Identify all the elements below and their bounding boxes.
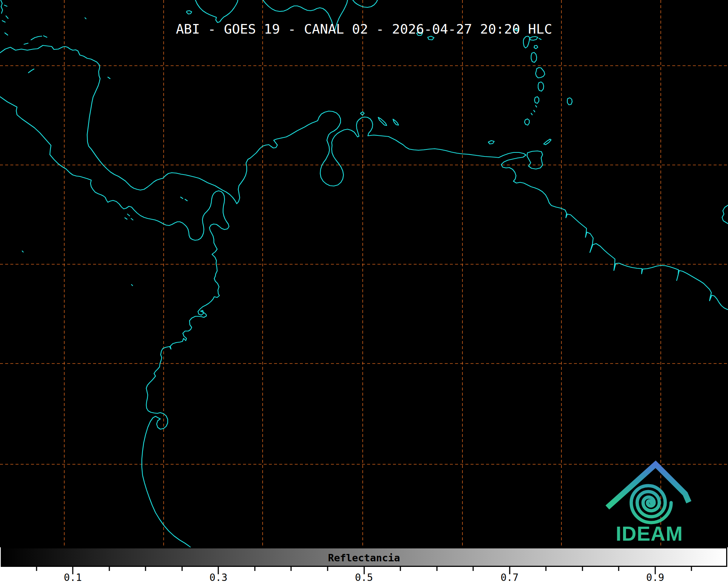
colorbar-minor-tick	[546, 567, 547, 571]
coastline	[524, 119, 529, 125]
coastline	[393, 119, 399, 125]
colorbar-minor-tick	[618, 567, 619, 571]
coastline	[131, 285, 133, 286]
coastline	[534, 45, 538, 49]
coastline	[488, 141, 494, 144]
colorbar-minor-tick	[254, 567, 255, 571]
coastline	[108, 77, 110, 79]
colorbar-gradient: Reflectancia	[1, 547, 727, 567]
colorbar-minor-tick	[400, 567, 401, 571]
colorbar-area: Reflectancia 0.10.30.50.70.9	[0, 547, 728, 582]
coastline	[187, 11, 192, 14]
goes-satellite-product: ABI - GOES 19 - CANAL 02 - 2026-04-27 20…	[0, 0, 728, 582]
logo-text: IDEAM	[616, 522, 683, 545]
colorbar-tick-label: 0.9	[646, 572, 664, 582]
coastline	[538, 82, 544, 91]
coastline	[0, 97, 229, 547]
coastline	[531, 113, 532, 115]
colorbar-minor-tick	[181, 567, 182, 571]
colorbar-tick-label: 0.7	[500, 572, 519, 582]
logo-spiral-icon	[631, 486, 671, 523]
colorbar-minor-tick	[109, 567, 110, 571]
colorbar-tick-label: 0.5	[355, 572, 373, 582]
coastline	[85, 18, 86, 19]
coastline	[567, 98, 572, 105]
colorbar-minor-tick	[436, 567, 437, 571]
coastline	[131, 218, 133, 220]
coastline	[125, 218, 127, 219]
coastline	[2, 21, 5, 22]
colorbar-minor-tick	[473, 567, 474, 571]
coastline	[539, 38, 541, 39]
coastline	[536, 68, 545, 78]
coastline	[5, 33, 8, 35]
coastline	[360, 112, 364, 115]
coastline	[428, 36, 434, 40]
coastline	[185, 199, 187, 201]
coastline	[28, 69, 34, 73]
coastline	[127, 214, 130, 216]
colorbar-minor-tick	[691, 567, 692, 571]
satellite-map-area: ABI - GOES 19 - CANAL 02 - 2026-04-27 20…	[0, 0, 728, 547]
coastline	[1, 0, 3, 13]
colorbar-minor-tick	[36, 567, 37, 571]
coastline	[534, 97, 539, 103]
coastline	[534, 110, 535, 112]
colorbar-minor-tick	[291, 567, 292, 571]
coastline	[31, 36, 42, 40]
coastline	[181, 197, 183, 199]
coastline	[523, 36, 530, 48]
coastline	[24, 43, 28, 44]
coastline	[544, 139, 551, 145]
colorbar-label: Reflectancia	[2, 552, 726, 564]
coastline	[4, 5, 7, 6]
colorbar-tick-label: 0.3	[209, 572, 228, 582]
image-title: ABI - GOES 19 - CANAL 02 - 2026-04-27 20…	[176, 21, 552, 37]
coastline	[722, 205, 728, 224]
coastline	[6, 16, 8, 18]
colorbar-tick-label: 0.1	[64, 572, 82, 582]
coastline	[527, 151, 543, 169]
coastline	[353, 0, 377, 7]
coastline	[530, 37, 538, 40]
coastline	[536, 106, 537, 107]
coastline	[378, 117, 387, 125]
colorbar-minor-tick	[327, 567, 328, 571]
coastline	[531, 52, 537, 62]
coastline	[44, 36, 47, 37]
coastline	[0, 45, 728, 310]
colorbar-minor-tick	[582, 567, 583, 571]
colorbar-minor-tick	[145, 567, 146, 571]
coastline	[22, 251, 23, 252]
ideam-logo: IDEAM	[598, 454, 709, 546]
coastline	[195, 0, 238, 23]
